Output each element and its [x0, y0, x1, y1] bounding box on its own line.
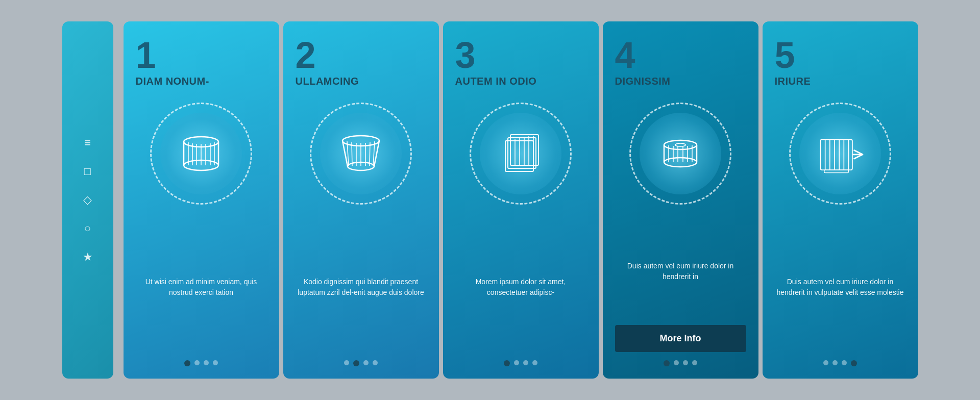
- dot-1: [344, 360, 349, 365]
- card-5-number: 5: [775, 37, 795, 73]
- dot-1: [184, 360, 190, 366]
- card-3-number: 3: [455, 37, 476, 73]
- dot-3: [363, 360, 369, 365]
- card-4-title: DIGNISSIM: [615, 76, 671, 87]
- svg-line-16: [352, 142, 352, 166]
- main-container: ≡ □ ◇ ○ ★ 1 DIAM NONUM-: [0, 0, 980, 400]
- card-1-description: Ut wisi enim ad minim veniam, quis nostr…: [136, 222, 267, 352]
- card-3-title: AUTEM IN ODIO: [455, 76, 537, 87]
- card-4-number: 4: [615, 37, 635, 73]
- card-2-drum-tapered-icon: [333, 126, 389, 182]
- svg-point-35: [675, 143, 685, 146]
- card-1-icon-area: [145, 97, 257, 210]
- card-2: 2 ULLAMCING: [283, 21, 439, 379]
- card-1-drum-icon: [173, 126, 229, 182]
- dot-3: [683, 360, 688, 365]
- svg-line-20: [370, 142, 370, 166]
- card-5: 5 IRIURE: [763, 21, 918, 379]
- svg-rect-23: [508, 138, 536, 168]
- dot-2: [194, 360, 200, 365]
- card-1-title: DIAM NONUM-: [136, 76, 209, 87]
- card-2-dots: [344, 360, 378, 366]
- card-3-dots: [504, 360, 537, 366]
- dot-2: [674, 360, 679, 365]
- card-1-number: 1: [136, 37, 156, 73]
- dot-2: [832, 360, 838, 365]
- card-5-icon-area: [784, 97, 896, 210]
- dot-4: [851, 360, 857, 366]
- dot-3: [204, 360, 209, 365]
- card-2-number: 2: [296, 37, 316, 73]
- card-4-description: Duis autem vel eum iriure dolor in hendr…: [615, 222, 746, 321]
- dot-4: [213, 360, 218, 365]
- dot-2: [353, 360, 359, 366]
- dot-1: [664, 360, 670, 366]
- dot-4: [373, 360, 378, 365]
- menu-icon[interactable]: ≡: [84, 136, 91, 149]
- dot-3: [523, 360, 528, 365]
- card-5-description: Duis autem vel eum iriure dolor in hendr…: [775, 222, 906, 352]
- card-5-radiator-icon: [812, 126, 868, 182]
- more-info-button[interactable]: More Info: [615, 325, 746, 352]
- dot-4: [692, 360, 697, 365]
- card-5-title: IRIURE: [775, 76, 811, 87]
- square-icon[interactable]: □: [84, 165, 91, 178]
- diamond-icon[interactable]: ◇: [83, 193, 92, 207]
- card-4: 4 DIGNISSIM: [603, 21, 758, 379]
- card-2-description: Kodio dignissim qui blandit praesent lup…: [296, 222, 427, 352]
- card-2-icon-area: [305, 97, 417, 210]
- card-1: 1 DIAM NONUM-: [124, 21, 279, 379]
- cards-container: 1 DIAM NONUM-: [124, 21, 918, 379]
- dot-4: [532, 360, 537, 365]
- card-3-icon-area: [464, 97, 577, 210]
- sidebar: ≡ □ ◇ ○ ★: [62, 21, 113, 379]
- card-3-description: Morem ipsum dolor sit amet, consectetuer…: [455, 222, 586, 352]
- card-1-dots: [184, 360, 218, 366]
- card-2-title: ULLAMCING: [296, 76, 359, 87]
- card-4-dots: [664, 360, 697, 366]
- dot-1: [504, 360, 510, 366]
- dot-1: [823, 360, 828, 365]
- card-5-dots: [823, 360, 857, 366]
- star-icon[interactable]: ★: [83, 251, 93, 264]
- dot-3: [842, 360, 847, 365]
- circle-icon[interactable]: ○: [84, 222, 91, 235]
- dot-2: [514, 360, 519, 365]
- card-4-icon-area: [624, 97, 737, 210]
- card-4-filter-icon: [652, 126, 708, 182]
- card-3-stack-icon: [493, 126, 549, 182]
- card-3: 3 AUTEM IN ODIO M: [443, 21, 599, 379]
